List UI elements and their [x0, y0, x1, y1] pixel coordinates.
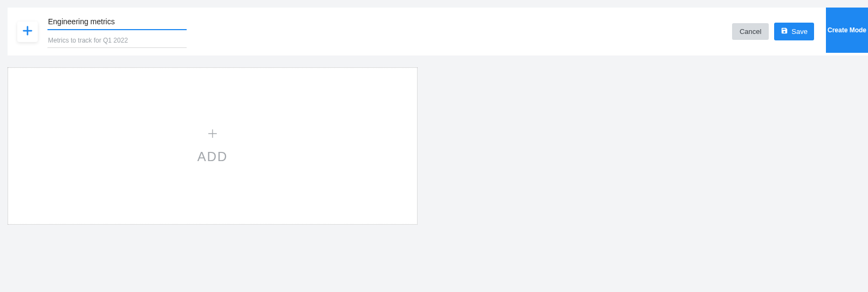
add-panel[interactable]: ADD — [8, 67, 418, 225]
cancel-button[interactable]: Cancel — [732, 23, 769, 40]
save-icon — [781, 27, 791, 36]
create-mode-button[interactable]: Create Mode — [826, 8, 868, 53]
save-button-label: Save — [791, 27, 808, 36]
plus-icon — [22, 25, 33, 39]
title-input[interactable] — [47, 15, 187, 30]
add-panel-label: ADD — [197, 149, 228, 164]
save-button[interactable]: Save — [774, 23, 814, 40]
title-fields — [47, 15, 187, 48]
header-bar: Cancel Save Create Mode — [8, 8, 868, 55]
subtitle-input[interactable] — [47, 36, 187, 48]
add-plus-icon — [207, 128, 218, 142]
content-area: ADD — [0, 55, 868, 225]
logo-plus-tile — [17, 22, 38, 42]
